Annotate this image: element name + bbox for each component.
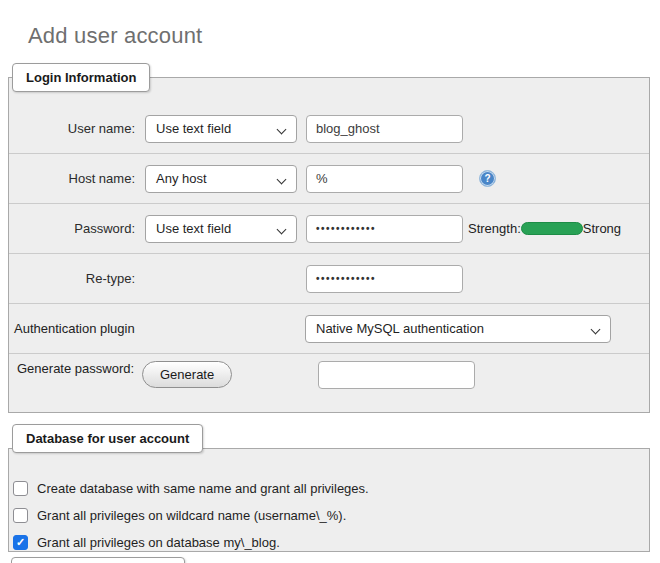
username-input[interactable]: blog_ghost — [306, 115, 463, 143]
check-icon: ✓ — [16, 537, 25, 548]
password-type-select[interactable]: Use text field — [145, 215, 297, 243]
privilege-checkbox-list: ✓ Create database with same name and gra… — [9, 475, 649, 556]
generate-password-label: Generate password: — [9, 361, 142, 376]
username-type-select[interactable]: Use text field — [145, 115, 297, 143]
auth-plugin-select-value: Native MySQL authentication — [316, 321, 484, 336]
hostname-type-select[interactable]: Any host — [145, 165, 297, 193]
generate-button[interactable]: Generate — [142, 361, 232, 388]
checkbox[interactable]: ✓ — [13, 481, 28, 496]
auth-plugin-label: Authentication plugin — [9, 321, 305, 336]
username-label: User name: — [9, 121, 135, 136]
page-title: Add user account — [28, 23, 202, 49]
password-input[interactable]: •••••••••••• — [306, 215, 463, 243]
login-information-legend: Login Information — [12, 63, 150, 92]
hostname-input[interactable]: % — [306, 165, 463, 193]
retype-row: Re-type: •••••••••••• — [9, 254, 649, 304]
generate-password-row: Generate password: Generate — [9, 354, 649, 413]
database-for-user-account-fieldset: ✓ Create database with same name and gra… — [8, 448, 650, 552]
checkbox[interactable]: ✓ — [13, 535, 28, 550]
privilege-checkbox-label: Grant all privileges on wildcard name (u… — [37, 508, 346, 523]
hostname-type-select-value: Any host — [156, 171, 207, 186]
help-icon[interactable]: ? — [479, 170, 496, 187]
generated-password-input[interactable] — [318, 361, 475, 389]
strength-label: Strength: — [468, 221, 521, 236]
database-for-user-account-legend: Database for user account — [12, 424, 203, 453]
privilege-checkbox-row[interactable]: ✓ Grant all privileges on wildcard name … — [9, 502, 649, 529]
hostname-row: Host name: Any host % ? — [9, 154, 649, 204]
chevron-down-icon — [591, 324, 601, 334]
password-strength: Strength: Strong — [468, 221, 621, 236]
password-row: Password: Use text field •••••••••••• St… — [9, 204, 649, 254]
username-input-value: blog_ghost — [316, 121, 380, 136]
retype-label: Re-type: — [9, 271, 135, 286]
password-input-value: •••••••••••• — [316, 223, 376, 234]
hostname-label: Host name: — [9, 171, 135, 186]
strength-meter — [521, 222, 583, 235]
privilege-checkbox-row[interactable]: ✓ Create database with same name and gra… — [9, 475, 649, 502]
password-label: Password: — [9, 221, 135, 236]
login-information-fieldset: User name: Use text field blog_ghost Hos… — [8, 77, 650, 413]
checkbox[interactable]: ✓ — [13, 508, 28, 523]
chevron-down-icon — [277, 124, 287, 134]
hostname-input-value: % — [316, 171, 328, 186]
retype-input[interactable]: •••••••••••• — [306, 265, 463, 293]
privilege-checkbox-row[interactable]: ✓ Grant all privileges on database my\_b… — [9, 529, 649, 556]
auth-plugin-row: Authentication plugin Native MySQL authe… — [9, 304, 649, 354]
privilege-checkbox-label: Create database with same name and grant… — [37, 481, 369, 496]
password-type-select-value: Use text field — [156, 221, 231, 236]
chevron-down-icon — [277, 174, 287, 184]
auth-plugin-select[interactable]: Native MySQL authentication — [305, 315, 611, 343]
retype-input-value: •••••••••••• — [316, 273, 376, 284]
next-section-legend-partial — [11, 557, 185, 563]
strength-value: Strong — [583, 221, 621, 236]
username-type-select-value: Use text field — [156, 121, 231, 136]
privilege-checkbox-label: Grant all privileges on database my\_blo… — [37, 535, 280, 550]
chevron-down-icon — [277, 224, 287, 234]
